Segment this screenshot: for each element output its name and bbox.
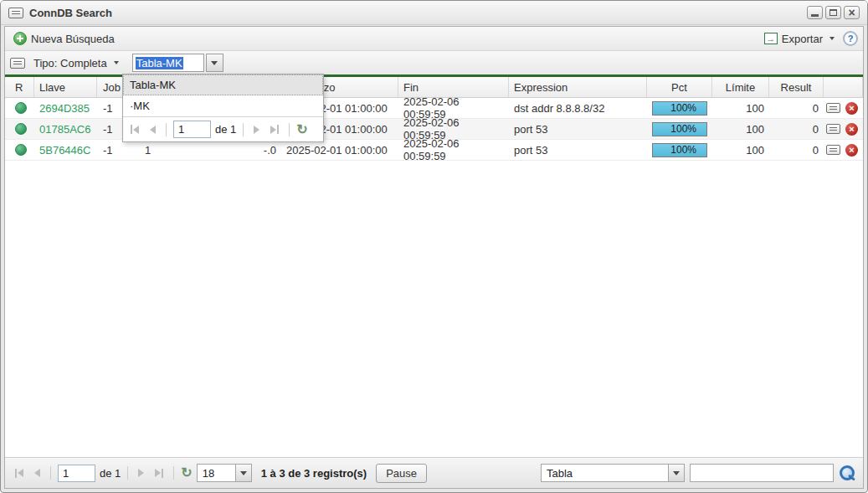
details-icon-button[interactable]: [826, 145, 840, 155]
minimize-icon: [811, 14, 819, 17]
limite-cell: 100: [712, 119, 769, 139]
next-page-button[interactable]: [135, 466, 147, 480]
table-combo-arrow-button[interactable]: [206, 54, 223, 72]
details-icon-button[interactable]: [826, 103, 840, 113]
first-page-button[interactable]: [127, 122, 142, 136]
tipo-menu-button[interactable]: Tipo: Completa: [30, 55, 122, 71]
search-icon[interactable]: [839, 465, 856, 481]
status-cell: [5, 140, 34, 160]
window-controls: [807, 6, 860, 19]
llave-link[interactable]: 2694D385: [39, 102, 90, 115]
next-page-icon: [138, 469, 144, 477]
maximize-button[interactable]: [825, 6, 841, 19]
page-size-combo[interactable]: 18: [197, 464, 252, 482]
pct-cell: 100%: [647, 140, 712, 160]
page-of-label: de 1: [100, 467, 121, 480]
prev-page-icon: [34, 469, 40, 477]
fin-cell: 2025-02-06 00:59:59: [398, 119, 509, 139]
fin-cell: 2025-02-06 00:59:59: [398, 140, 509, 160]
window-icon: [8, 8, 23, 18]
first-page-icon: [18, 469, 23, 477]
column-header-expression[interactable]: Expression: [509, 77, 647, 97]
separator: [173, 466, 174, 480]
result-cell: 0: [769, 119, 824, 139]
separator: [166, 123, 167, 136]
expression-cell: port 53: [509, 140, 647, 160]
new-search-label: Nueva Búsqueda: [31, 33, 115, 45]
actions-cell: [824, 140, 863, 160]
separator: [50, 466, 51, 480]
last-page-icon: [277, 125, 279, 134]
column-header-r[interactable]: R: [5, 77, 34, 97]
next-page-icon: [254, 126, 259, 134]
result-cell: 0: [769, 98, 824, 118]
empty-content-area: [5, 161, 863, 457]
chevron-down-icon: [240, 471, 247, 475]
page-input[interactable]: [58, 465, 95, 482]
status-cell: [5, 98, 34, 118]
pct-progressbar: 100%: [652, 143, 707, 157]
separator: [127, 466, 128, 480]
dropdown-pager: de 1: [123, 116, 323, 141]
table-row[interactable]: 5B76446C -1 1 -.0 2025-02-01 01:00:00 20…: [5, 140, 863, 161]
next-page-button[interactable]: [250, 123, 263, 136]
close-icon: [848, 7, 855, 19]
records-count-label: 1 à 3 de 3 registro(s): [261, 467, 367, 480]
search-input[interactable]: [690, 464, 834, 482]
export-icon: [764, 33, 778, 44]
chevron-down-icon: [211, 61, 218, 65]
chevron-down-icon: [114, 61, 119, 64]
export-button[interactable]: Exportar: [761, 31, 838, 47]
page-size-arrow-button[interactable]: [235, 464, 252, 482]
first-page-button[interactable]: [12, 466, 27, 480]
refresh-button[interactable]: [296, 123, 307, 136]
new-search-button[interactable]: Nueva Búsqueda: [10, 30, 118, 47]
column-header-pct[interactable]: Pct: [647, 77, 712, 97]
separator: [289, 123, 290, 136]
tipo-label: Tipo: Completa: [33, 57, 107, 69]
first-page-icon: [15, 469, 17, 478]
pause-button[interactable]: Pause: [376, 464, 427, 483]
details-icon-button[interactable]: [826, 124, 840, 134]
search-field-arrow-button[interactable]: [668, 464, 685, 482]
last-page-button[interactable]: [152, 466, 167, 480]
search-field-combo[interactable]: Tabla: [541, 464, 685, 482]
prev-page-button[interactable]: [146, 123, 159, 136]
prev-page-button[interactable]: [31, 466, 44, 480]
status-orb-icon: [15, 123, 27, 135]
pct-cell: 100%: [647, 98, 712, 118]
titlebar[interactable]: ConnDB Search: [1, 1, 867, 25]
refresh-button[interactable]: [181, 466, 192, 480]
search-group: Tabla: [541, 464, 856, 482]
llave-link[interactable]: 5B76446C: [39, 144, 90, 157]
delete-button[interactable]: [845, 144, 858, 157]
column-header-fin[interactable]: Fin: [398, 77, 509, 97]
dropdown-page-of-label: de 1: [215, 123, 236, 136]
top-toolbar: Nueva Búsqueda Exportar: [5, 27, 863, 51]
delete-button[interactable]: [845, 123, 858, 136]
table-combo-input[interactable]: Tabla-MK: [132, 54, 204, 72]
separator: [243, 123, 244, 136]
delete-button[interactable]: [845, 102, 858, 115]
column-label: Llave: [39, 81, 65, 94]
help-button[interactable]: [843, 31, 858, 46]
window-title: ConnDB Search: [29, 7, 801, 19]
chevron-down-icon: [673, 471, 680, 475]
dropdown-item-mk[interactable]: ·MK: [123, 95, 323, 116]
close-button[interactable]: [844, 6, 860, 19]
pct-cell: 100%: [647, 119, 712, 139]
column-header-actions: [824, 77, 863, 97]
column-header-limite[interactable]: Límite: [712, 77, 769, 97]
dropdown-item-tabla-mk[interactable]: Tabla-MK: [123, 74, 323, 95]
dropdown-page-input[interactable]: [173, 121, 211, 138]
llave-cell: 01785AC6: [34, 119, 97, 139]
minimize-button[interactable]: [807, 6, 823, 19]
limite-cell: 100: [712, 98, 769, 118]
last-page-button[interactable]: [267, 122, 282, 136]
expression-cell: port 53: [509, 119, 647, 139]
column-header-llave[interactable]: Llave: [34, 77, 97, 97]
actions-cell: [824, 119, 863, 139]
llave-link[interactable]: 01785AC6: [39, 123, 90, 136]
column-header-result[interactable]: Result: [769, 77, 824, 97]
chevron-down-icon: [829, 37, 835, 40]
